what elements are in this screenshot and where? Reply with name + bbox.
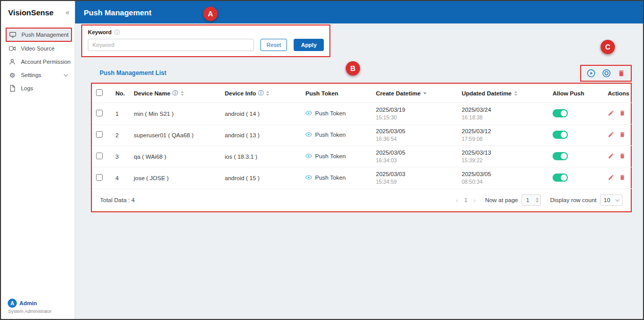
create-date: 2025/03/19 (376, 107, 454, 113)
row-checkbox[interactable] (96, 174, 103, 181)
keyword-label: Keyword (88, 29, 111, 35)
update-time: 17:59:08 (462, 136, 544, 142)
delete-icon[interactable] (619, 110, 626, 116)
update-date: 2025/03/24 (462, 107, 544, 113)
brand: VisionSense « (1, 1, 75, 23)
row-count-select[interactable]: 10 (600, 194, 623, 206)
update-date: 2025/03/05 (462, 171, 544, 177)
push-token-link[interactable]: Push Token (305, 110, 346, 116)
allow-push-toggle[interactable] (553, 109, 568, 117)
sidebar-item-push-management[interactable]: Push Management (6, 28, 72, 42)
col-actions: Actions (604, 84, 632, 103)
table-row: 4jose ( JOSE )android ( 15 )Push Token20… (92, 167, 632, 189)
table-row: 2superuser01 ( QAa68 )android ( 13 )Push… (92, 125, 632, 146)
reset-button[interactable]: Reset (260, 39, 288, 51)
app-window: VisionSense « Push Management Video Sour… (0, 0, 644, 320)
sidebar-item-video-source[interactable]: Video Source (1, 42, 75, 55)
device-info: android ( 14 ) (221, 103, 301, 125)
keyword-filter-card: Keyword ⓘ Reset Apply (82, 26, 329, 56)
device-name: superuser01 ( QAa68 ) (130, 125, 221, 146)
avatar: A (8, 299, 17, 308)
page-input[interactable] (525, 196, 533, 204)
page-input-box (521, 194, 541, 206)
col-device-name: Device Nameⓘ (130, 84, 221, 103)
create-time: 16:36:54 (376, 136, 454, 142)
edit-icon[interactable] (608, 131, 614, 138)
delete-icon[interactable] (619, 153, 626, 159)
edit-icon[interactable] (608, 174, 614, 181)
info-icon[interactable]: ⓘ (258, 90, 264, 96)
display-row-count-label: Display row count (550, 197, 597, 203)
page-number[interactable]: 1 (464, 197, 467, 203)
sort-icon[interactable] (266, 91, 269, 96)
allow-push-toggle[interactable] (553, 174, 568, 182)
sidebar-item-settings[interactable]: ⚙ Settings (1, 68, 75, 82)
table-row: 1min ( Min S21 )android ( 14 )Push Token… (92, 103, 632, 125)
user-role: System Administrator (8, 309, 52, 314)
row-checkbox[interactable] (96, 110, 103, 116)
sort-icon[interactable] (181, 91, 184, 96)
table-row: 3qa ( WAi68 )ios ( 18.3.1 )Push Token202… (92, 146, 632, 167)
col-allow-push: Allow Push (548, 84, 604, 103)
row-checkbox[interactable] (96, 153, 103, 159)
sidebar-item-account-permission[interactable]: Account Permission (1, 55, 75, 68)
device-name: min ( Min S21 ) (130, 103, 221, 125)
logs-file-icon (8, 85, 16, 92)
sort-desc-icon[interactable] (423, 92, 426, 94)
update-time: 16:18:38 (462, 114, 544, 120)
sidebar-user[interactable]: A Admin System Administrator (8, 299, 52, 314)
annotation-box-filter: Keyword ⓘ Reset Apply (81, 24, 330, 57)
page-stepper[interactable] (536, 198, 539, 203)
allow-push-toggle[interactable] (553, 131, 568, 139)
eye-icon (305, 174, 312, 181)
chevron-down-icon (64, 72, 68, 76)
user-icon (8, 58, 16, 65)
send-push-play-circle-icon[interactable] (587, 69, 595, 78)
update-time: 15:39:22 (462, 157, 544, 163)
info-icon[interactable]: ⓘ (114, 30, 120, 35)
prev-page-icon[interactable]: ‹ (456, 196, 458, 204)
eye-icon (305, 110, 312, 116)
table-body: 1min ( Min S21 )android ( 14 )Push Token… (92, 103, 632, 189)
row-checkbox[interactable] (96, 131, 103, 138)
sidebar-nav: Push Management Video Source Account Per… (1, 23, 75, 95)
device-info: android ( 15 ) (221, 167, 301, 189)
select-all-checkbox[interactable] (96, 89, 103, 96)
delete-selected-trash-icon[interactable] (617, 69, 625, 77)
page-title: Push Management (84, 8, 152, 17)
edit-icon[interactable] (608, 110, 614, 116)
allow-push-toggle[interactable] (553, 152, 568, 160)
device-info: android ( 13 ) (221, 125, 301, 146)
update-date: 2025/03/12 (462, 128, 544, 134)
create-date: 2025/03/05 (376, 150, 454, 156)
video-camera-icon (8, 45, 16, 52)
row-number: 3 (111, 146, 130, 167)
row-count-value: 10 (604, 197, 610, 203)
keyword-input[interactable] (88, 39, 254, 51)
annotation-badge-b: B (346, 61, 360, 76)
sort-icon[interactable] (514, 91, 517, 96)
edit-icon[interactable] (608, 153, 614, 159)
user-name: Admin (19, 300, 37, 306)
create-time: 15:15:30 (376, 114, 454, 120)
row-number: 4 (111, 167, 130, 189)
sidebar-item-label: Account Permission (21, 59, 70, 65)
push-token-link[interactable]: Push Token (305, 131, 346, 138)
monitor-icon (9, 31, 17, 38)
top-header: Push Management (75, 1, 643, 23)
collapse-sidebar-icon[interactable]: « (65, 8, 69, 16)
delete-icon[interactable] (619, 131, 626, 138)
table-footer: Total Data : 4 ‹ 1 › Now at page (92, 189, 631, 211)
push-token-link[interactable]: Push Token (305, 153, 346, 159)
device-name: qa ( WAi68 ) (130, 146, 221, 167)
delete-icon[interactable] (619, 174, 626, 181)
row-number: 2 (111, 125, 130, 146)
stop-circle-icon[interactable] (602, 69, 611, 78)
next-page-icon[interactable]: › (473, 196, 475, 204)
chevron-down-icon (615, 198, 619, 202)
col-updated-datetime: Updated Datetime (458, 84, 548, 103)
sidebar-item-logs[interactable]: Logs (1, 82, 75, 95)
push-token-link[interactable]: Push Token (305, 174, 346, 181)
info-icon[interactable]: ⓘ (173, 90, 178, 96)
apply-button[interactable]: Apply (294, 39, 324, 51)
